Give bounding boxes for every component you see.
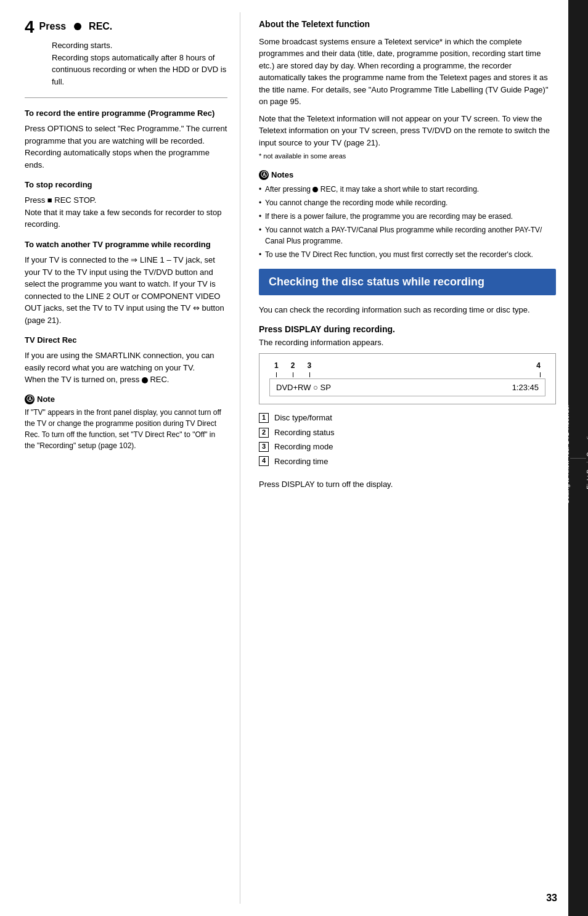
notes-block: Ⓐ Notes After pressing REC, it may take … (259, 170, 556, 260)
line1 (276, 372, 277, 377)
legend-item-1: 1 Disc type/format (259, 411, 556, 425)
note-body: If "TV" appears in the front panel displ… (25, 407, 227, 451)
legend: 1 Disc type/format 2 Recording status 3 … (259, 411, 556, 468)
side-tab-divider (570, 458, 586, 459)
checking-intro: You can check the recording information … (259, 304, 556, 316)
section4-line1: If you are using the SMARTLINK connectio… (25, 350, 227, 374)
right-column: About the Teletext function Some broadca… (240, 12, 568, 904)
legend-num-4: 4 (259, 456, 269, 466)
diag-label-2: 2 (291, 361, 295, 370)
notes-title: Ⓐ Notes (259, 170, 556, 180)
legend-label-4: Recording time (274, 454, 328, 468)
legend-label-2: Recording status (274, 425, 335, 440)
note-block: Ⓐ Note If "TV" appears in the front pane… (25, 395, 227, 451)
legend-num-1: 1 (259, 413, 269, 423)
diag-label-3: 3 (307, 361, 311, 370)
display-diagram: 1 2 3 4 DVD+RW ○ (259, 353, 556, 404)
line2 (293, 372, 293, 377)
legend-label-1: Disc type/format (274, 411, 332, 425)
legend-item-3: 3 Recording mode (259, 440, 556, 454)
legend-num-3: 3 (259, 442, 269, 452)
section4-heading: TV Direct Rec (25, 335, 227, 346)
notes-icon: Ⓐ (259, 170, 269, 180)
rec-dot-icon (74, 23, 81, 30)
diag-display-text: DVD+RW ○ SP (276, 383, 331, 392)
legend-label-3: Recording mode (274, 440, 333, 454)
step4-header: 4 Press REC. (25, 18, 227, 36)
rec-dot3-icon (312, 187, 318, 192)
display-footer: Press DISPLAY to turn off the display. (259, 480, 556, 489)
note-title-text: Note (37, 395, 55, 404)
note-item-2: You cannot change the recording mode whi… (259, 197, 556, 208)
section2-line2: Note that it may take a few seconds for … (25, 207, 227, 231)
legend-item-2: 2 Recording status (259, 425, 556, 440)
section1-body: Press OPTIONS to select "Rec Programme."… (25, 123, 227, 171)
diag-display: DVD+RW ○ SP 1:23:45 (269, 378, 545, 396)
section2-heading: To stop recording (25, 179, 227, 190)
side-tab: Eight Basic Operations — Getting to Know… (568, 0, 588, 916)
section2-line1: Press ■ REC STOP. (25, 194, 227, 207)
blue-box: Checking the disc status while recording (259, 269, 556, 295)
side-tab-section2: — Getting to Know Your DVD Recorder (563, 399, 570, 517)
teletext-heading: About the Teletext function (259, 18, 556, 31)
note-item-5: To use the TV Direct Rec function, you m… (259, 249, 556, 260)
line4 (540, 372, 541, 377)
page-number: 33 (546, 893, 557, 904)
step4-line1: Recording starts. (52, 39, 227, 52)
section4-body: If you are using the SMARTLINK connectio… (25, 350, 227, 386)
diag-left-labels: 1 2 3 (274, 361, 311, 370)
note-item-4: You cannot watch a PAY-TV/Canal Plus pro… (259, 224, 556, 247)
step4-title: Press REC. (39, 18, 113, 35)
step4-title-suffix: REC. (89, 18, 112, 35)
left-column: 4 Press REC. Recording starts. Recording… (0, 12, 240, 904)
note-item-3: If there is a power failure, the program… (259, 211, 556, 222)
diag-label-1: 1 (274, 361, 279, 370)
main-content: 4 Press REC. Recording starts. Recording… (0, 0, 568, 916)
note-title: Ⓐ Note (25, 395, 227, 404)
legend-num-2: 2 (259, 428, 269, 438)
press-display-body: The recording information appears. (259, 338, 556, 347)
step4-line2: Recording stops automatically after 8 ho… (52, 52, 227, 88)
teletext-footnote: * not available in some areas (259, 151, 556, 162)
note-item-1: After pressing REC, it may take a short … (259, 184, 556, 195)
diag-time-text: 1:23:45 (512, 383, 539, 392)
notes-list: After pressing REC, it may take a short … (259, 184, 556, 260)
teletext-body-text2: Note that the Teletext information will … (259, 113, 556, 149)
page-container: 4 Press REC. Recording starts. Recording… (0, 0, 588, 916)
section1-heading: To record the entire programme (Programm… (25, 108, 227, 119)
diag-label-row: 1 2 3 4 (269, 361, 545, 370)
section3-body: If your TV is connected to the ⇒ LINE 1 … (25, 254, 227, 326)
blue-box-title: Checking the disc status while recording (269, 275, 546, 289)
rec-dot2-icon (142, 377, 148, 383)
teletext-body-text: Some broadcast systems ensure a Teletext… (259, 36, 556, 108)
press-display-heading: Press DISPLAY during recording. (259, 324, 556, 334)
teletext-body: Some broadcast systems ensure a Teletext… (259, 36, 556, 162)
diag-lines (269, 372, 545, 377)
step4-title-prefix: Press (39, 18, 67, 35)
line3 (309, 372, 310, 377)
step-number: 4 (25, 18, 35, 36)
section3-heading: To watch another TV programme while reco… (25, 239, 227, 250)
note-icon: Ⓐ (25, 395, 35, 404)
side-tab-inner: Eight Basic Operations — Getting to Know… (563, 0, 588, 916)
step4-body: Recording starts. Recording stops automa… (52, 39, 227, 88)
legend-item-4: 4 Recording time (259, 454, 556, 468)
diag-left-lines (274, 372, 312, 377)
section4-line2: When the TV is turned on, press REC. (25, 374, 227, 386)
diag-label-4: 4 (536, 361, 541, 370)
divider (25, 97, 227, 98)
section2-body: Press ■ REC STOP. Note that it may take … (25, 194, 227, 231)
notes-title-text: Notes (271, 170, 293, 179)
